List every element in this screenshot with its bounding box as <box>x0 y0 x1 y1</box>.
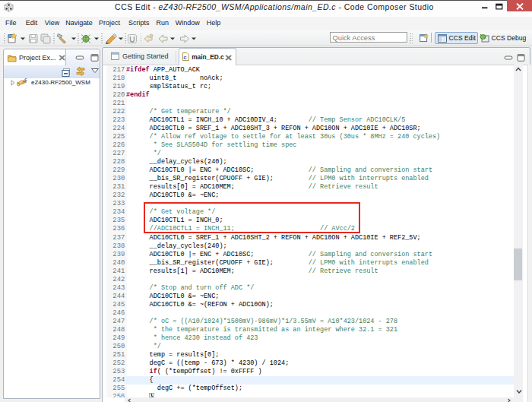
svg-text:c: c <box>24 77 27 81</box>
svg-text:c: c <box>183 55 187 61</box>
